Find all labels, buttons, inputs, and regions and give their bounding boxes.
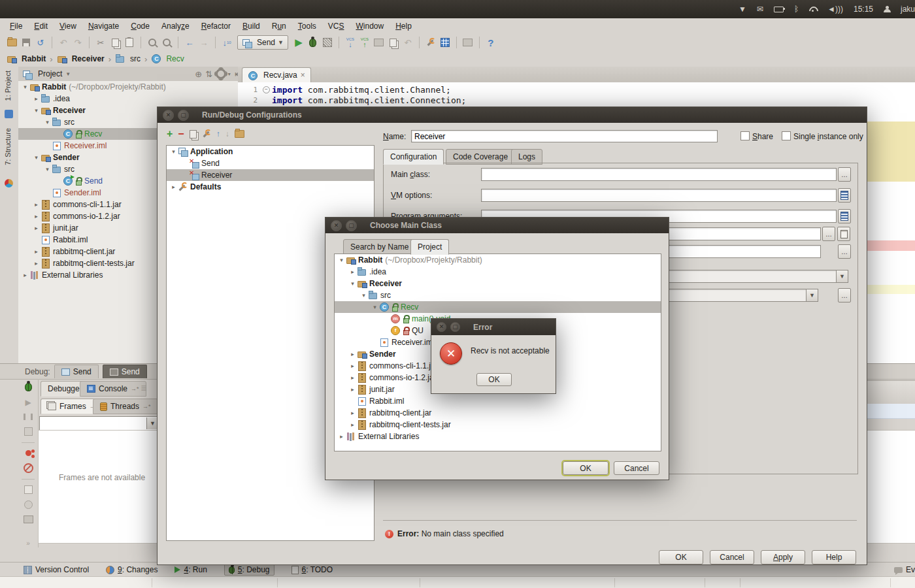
menu-vcs[interactable]: VCS [322, 18, 350, 34]
tree-row-rabbit[interactable]: ▾Rabbit (~/Dropbox/Projekty/Rabbit) [335, 254, 661, 266]
caret-expanded-icon[interactable]: ▾ [32, 107, 41, 114]
coverage-icon[interactable] [321, 36, 334, 49]
undo-icon[interactable]: ↶ [57, 36, 70, 49]
tree-row--idea[interactable]: ▸.idea [335, 266, 661, 278]
tree-row--idea[interactable]: ▸.idea [18, 93, 238, 105]
caret-collapsed-icon[interactable]: ▸ [32, 225, 41, 231]
caret-collapsed-icon[interactable]: ▸ [348, 410, 357, 416]
browse-environment-variables-button[interactable]: … [838, 244, 851, 259]
save-all-icon[interactable] [20, 36, 33, 49]
tree-row-rabbit[interactable]: ▾Rabbit (~/Dropbox/Projekty/Rabbit) [18, 81, 238, 93]
restore-layout-icon[interactable] [23, 515, 33, 524]
help-icon[interactable]: ? [484, 36, 497, 49]
ok-button[interactable]: OK [476, 373, 512, 386]
tree-row-send[interactable]: Send [167, 157, 374, 169]
vcs-update-icon[interactable]: VCS↓ [344, 36, 357, 49]
help-button[interactable]: Help [812, 550, 856, 564]
caret-collapsed-icon[interactable]: ▸ [32, 213, 41, 220]
maximize-icon[interactable]: ▢ [346, 220, 357, 231]
pause-icon[interactable] [23, 413, 33, 422]
collapse-all-icon[interactable]: ⇅ [205, 69, 212, 79]
navigate-forward-icon[interactable]: → [197, 36, 210, 49]
menu-tools[interactable]: Tools [292, 18, 322, 34]
tool-window-tab-structure[interactable]: 7: Structure [4, 128, 12, 165]
toolwindow-changes[interactable]: 9: Changes [106, 565, 158, 574]
caret-collapsed-icon[interactable]: ▸ [21, 272, 29, 278]
mute-breakpoints-icon[interactable] [23, 463, 33, 473]
expand-program-arguments-button[interactable] [838, 209, 851, 223]
project-panel-title[interactable]: Project [38, 69, 62, 78]
caret-expanded-icon[interactable]: ▾ [371, 304, 379, 310]
updates-icon[interactable]: ▼ [739, 5, 746, 13]
copy-configuration-icon[interactable] [190, 130, 197, 139]
move-down-icon[interactable]: ↓ [225, 129, 229, 139]
wifi-icon[interactable] [809, 7, 817, 12]
redo-icon[interactable]: ↷ [71, 36, 84, 49]
share-checkbox[interactable] [740, 131, 750, 140]
caret-collapsed-icon[interactable]: ▸ [348, 386, 357, 393]
tab-console[interactable]: Console→* [80, 381, 146, 397]
caret-collapsed-icon[interactable]: ▸ [348, 351, 357, 357]
expand-vm-options-button[interactable] [838, 188, 851, 203]
settings-icon[interactable] [424, 36, 437, 49]
panel-settings-icon[interactable]: ▼ [216, 69, 231, 79]
dialog-title-bar[interactable]: ✕ ▢ Choose Main Class [325, 218, 669, 233]
replace-icon[interactable] [160, 36, 173, 49]
cut-icon[interactable]: ✂ [94, 36, 107, 49]
breadcrumb-rabbit[interactable]: Rabbit [7, 54, 46, 63]
tree-row-external-libraries[interactable]: ▸External Libraries [335, 431, 661, 442]
caret-collapsed-icon[interactable]: ▸ [348, 421, 357, 428]
navigate-back-icon[interactable]: ← [183, 36, 196, 49]
menu-analyze[interactable]: Analyze [156, 18, 195, 34]
battery-icon[interactable] [774, 7, 784, 12]
event-log-button[interactable]: Event Log [894, 565, 915, 574]
code-line[interactable]: 2 import com.rabbitmq.client.Connection; [238, 95, 915, 105]
caret-expanded-icon[interactable]: ▾ [43, 166, 52, 172]
ok-button[interactable]: OK [659, 550, 703, 564]
vcs-history-icon[interactable] [373, 36, 386, 49]
tab-search-by-name[interactable]: Search by Name [343, 239, 416, 255]
copy-icon[interactable] [108, 36, 122, 49]
chevron-down-icon[interactable]: ▼ [836, 270, 848, 282]
synchronize-icon[interactable]: ↺ [34, 36, 47, 49]
cancel-button[interactable]: Cancel [614, 461, 659, 475]
tab-configuration[interactable]: Configuration [383, 149, 444, 165]
close-tab-icon[interactable]: × [301, 71, 305, 80]
user-name[interactable]: jaku [901, 5, 915, 14]
find-icon[interactable] [146, 36, 159, 49]
view-breakpoints-icon[interactable] [23, 448, 33, 457]
toolwindow-todo[interactable]: 6: TODO [291, 565, 333, 574]
debug-bug-icon[interactable] [23, 383, 33, 392]
menu-build[interactable]: Build [237, 18, 266, 34]
export-icon[interactable] [23, 485, 33, 495]
vm-options-input[interactable] [481, 189, 837, 202]
tree-row-rabbitmq-client-tests-jar[interactable]: ▸rabbitmq-client-tests.jar [335, 419, 661, 431]
menu-navigate[interactable]: Navigate [82, 18, 125, 34]
dialog-title-bar[interactable]: ✕ ▢ Error [431, 319, 556, 335]
tab-threads[interactable]: Threads→* [93, 399, 158, 414]
debug-session-tab-send-1[interactable]: Send [54, 365, 99, 378]
dialog-title-bar[interactable]: ✕ ▢ Run/Debug Configurations [158, 107, 867, 123]
browse-jre-button[interactable]: … [838, 288, 851, 302]
browse-main-class-button[interactable]: … [838, 167, 851, 182]
tree-row-rabbitmq-client-jar[interactable]: ▸rabbitmq-client.jar [335, 407, 661, 419]
open-icon[interactable] [5, 36, 18, 49]
menu-view[interactable]: View [54, 18, 82, 34]
maximize-icon[interactable]: ▢ [178, 110, 189, 121]
debug-session-tab-send-2[interactable]: Send [103, 365, 147, 378]
tree-row-rabbit-iml[interactable]: Rabbit.iml [335, 395, 661, 407]
breadcrumb-src[interactable]: src [115, 54, 141, 63]
structure-tool-icon[interactable] [5, 179, 13, 188]
close-icon[interactable]: ✕ [437, 322, 446, 332]
caret-collapsed-icon[interactable]: ▸ [348, 363, 357, 369]
close-icon[interactable]: ✕ [331, 220, 342, 231]
clock[interactable]: 15:15 [854, 5, 873, 14]
tree-row-application[interactable]: ▾Application [167, 146, 374, 157]
caret-expanded-icon[interactable]: ▾ [359, 292, 368, 299]
menu-help[interactable]: Help [390, 18, 418, 34]
menu-run[interactable]: Run [266, 18, 292, 34]
run-configuration-selector[interactable]: Send ▼ [237, 35, 288, 50]
menu-refactor[interactable]: Refactor [195, 18, 237, 34]
caret-expanded-icon[interactable]: ▾ [169, 148, 178, 155]
bluetooth-icon[interactable]: ᛒ [794, 5, 799, 13]
